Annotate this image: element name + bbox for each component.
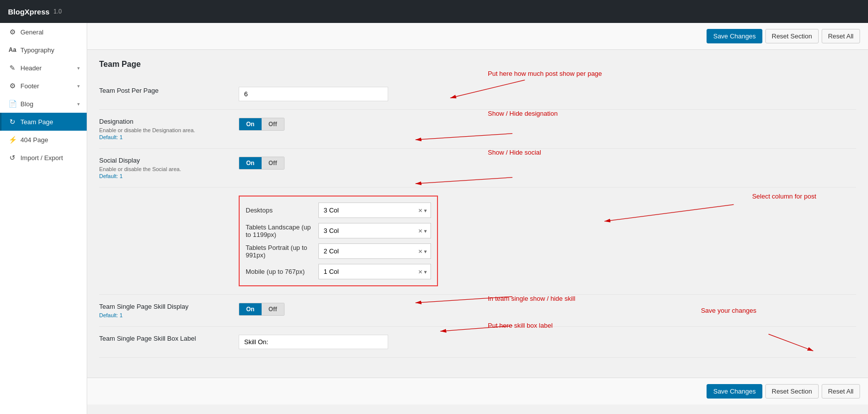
- section-title: Team Page: [99, 60, 856, 69]
- sidebar-item-blog[interactable]: 📄 Blog ▾: [0, 95, 87, 113]
- select-tablets-landscape[interactable]: 3 Col 1 Col 2 Col 4 Col: [318, 223, 431, 238]
- row-team-post-per-page: Team Post Per Page Put here how much pos…: [99, 79, 856, 110]
- columns-box: Desktops 3 Col 1 Col 2 Col 4 Col ✕ ▾: [239, 196, 438, 286]
- default-team-single-skill: Default: 1: [99, 312, 229, 318]
- default-designation: Default: 1: [99, 134, 229, 140]
- toggle-off-team-single-skill[interactable]: Off: [262, 303, 284, 315]
- sidebar-label-header: Header: [20, 64, 77, 72]
- row-skill-box-label: Team Single Page Skill Box Label Put her…: [99, 327, 856, 358]
- reset-section-button-top[interactable]: Reset Section: [765, 29, 819, 43]
- select-wrapper-tablets-landscape: 3 Col 1 Col 2 Col 4 Col ✕ ▾: [318, 223, 431, 238]
- sidebar-label-general: General: [20, 28, 80, 36]
- label-skill-box-label: Team Single Page Skill Box Label: [99, 335, 229, 342]
- top-action-bar: Save Changes Reset Section Reset All: [87, 23, 868, 50]
- select-wrapper-mobile: 1 Col 2 Col 3 Col 4 Col ✕ ▾: [318, 264, 431, 279]
- label-desktops: Desktops: [246, 207, 312, 214]
- label-tablets-landscape: Tablets Landscape (up to 1199px): [246, 223, 312, 238]
- save-changes-button-top[interactable]: Save Changes: [707, 29, 762, 43]
- input-team-post-per-page[interactable]: [239, 87, 388, 101]
- header-icon: ✎: [8, 64, 16, 72]
- row-desktops-inner: Desktops 3 Col 1 Col 2 Col 4 Col ✕ ▾: [246, 203, 431, 218]
- label-social-display: Social Display: [99, 157, 229, 164]
- save-changes-button-bottom[interactable]: Save Changes: [707, 384, 762, 399]
- label-tablets-portrait: Tablets Portrait (up to 991px): [246, 244, 312, 259]
- sidebar-item-import-export[interactable]: ↺ Import / Export: [0, 149, 87, 167]
- sidebar-label-import-export: Import / Export: [20, 154, 80, 162]
- gear-icon: ⚙: [8, 28, 16, 36]
- row-columns: Desktops 3 Col 1 Col 2 Col 4 Col ✕ ▾: [99, 188, 856, 295]
- sidebar-label-footer: Footer: [20, 82, 77, 90]
- reset-all-button-bottom[interactable]: Reset All: [822, 384, 860, 399]
- sidebar-label-404-page: 404 Page: [20, 136, 80, 144]
- bottom-action-bar: Save Changes Reset Section Reset All: [87, 378, 868, 405]
- app-version: 1.0: [53, 8, 62, 15]
- row-designation: Designation Enable or disable the Design…: [99, 110, 856, 149]
- sidebar-item-team-page[interactable]: ↻ Team Page: [0, 113, 87, 131]
- top-bar: BlogXpress 1.0: [0, 0, 868, 23]
- toggle-social-display: On Off: [239, 157, 285, 170]
- row-team-single-skill: Team Single Page Skill Display Default: …: [99, 295, 856, 327]
- toggle-on-social[interactable]: On: [239, 157, 262, 169]
- desc-social-display: Enable or disable the Social area.: [99, 166, 229, 172]
- desc-designation: Enable or disable the Designation area.: [99, 127, 229, 133]
- sidebar: ⚙ General Aa Typography ✎ Header ▾ ⚙ Foo…: [0, 23, 87, 414]
- chevron-down-icon: ▾: [77, 65, 80, 71]
- reset-section-button-bottom[interactable]: Reset Section: [765, 384, 819, 399]
- typography-icon: Aa: [8, 46, 16, 54]
- select-tablets-portrait[interactable]: 2 Col 1 Col 3 Col 4 Col: [318, 243, 431, 259]
- annotation-skill-display: In team single show / hide skill: [488, 295, 576, 302]
- annotation-social: Show / Hide social: [488, 149, 541, 156]
- row-tablets-landscape-inner: Tablets Landscape (up to 1199px) 3 Col 1…: [246, 223, 431, 238]
- toggle-off-designation[interactable]: Off: [262, 118, 284, 130]
- toggle-on-designation[interactable]: On: [239, 118, 262, 130]
- select-wrapper-tablets-portrait: 2 Col 1 Col 3 Col 4 Col ✕ ▾: [318, 243, 431, 259]
- sidebar-item-typography[interactable]: Aa Typography: [0, 41, 87, 59]
- row-tablets-portrait-inner: Tablets Portrait (up to 991px) 2 Col 1 C…: [246, 243, 431, 259]
- page-404-icon: ⚡: [8, 136, 16, 144]
- toggle-team-single-skill: On Off: [239, 303, 285, 316]
- blog-icon: 📄: [8, 100, 16, 108]
- sidebar-item-404-page[interactable]: ⚡ 404 Page: [0, 131, 87, 149]
- sidebar-item-general[interactable]: ⚙ General: [0, 23, 87, 41]
- select-mobile[interactable]: 1 Col 2 Col 3 Col 4 Col: [318, 264, 431, 279]
- reset-all-button-top[interactable]: Reset All: [822, 29, 860, 43]
- label-mobile: Mobile (up to 767px): [246, 268, 312, 275]
- main-content: Save Changes Reset Section Reset All Tea…: [87, 23, 868, 414]
- select-desktops[interactable]: 3 Col 1 Col 2 Col 4 Col: [318, 203, 431, 218]
- row-social-display: Social Display Enable or disable the Soc…: [99, 149, 856, 188]
- select-wrapper-desktops: 3 Col 1 Col 2 Col 4 Col ✕ ▾: [318, 203, 431, 218]
- sidebar-label-typography: Typography: [20, 46, 80, 54]
- app-name: BlogXpress: [8, 7, 49, 16]
- toggle-off-social[interactable]: Off: [262, 157, 284, 169]
- input-skill-box-label[interactable]: [239, 335, 388, 349]
- toggle-designation: On Off: [239, 118, 285, 131]
- sidebar-label-blog: Blog: [20, 100, 77, 108]
- toggle-on-team-single-skill[interactable]: On: [239, 303, 262, 315]
- content-wrapper: Team Page Team Post Per Page Put here ho…: [87, 50, 868, 368]
- sidebar-item-header[interactable]: ✎ Header ▾: [0, 59, 87, 77]
- chevron-down-icon-footer: ▾: [77, 83, 80, 89]
- annotation-designation: Show / Hide designation: [488, 110, 558, 117]
- chevron-down-icon-blog: ▾: [77, 101, 80, 107]
- default-social-display: Default: 1: [99, 173, 229, 179]
- main-layout: ⚙ General Aa Typography ✎ Header ▾ ⚙ Foo…: [0, 23, 868, 414]
- sidebar-label-team-page: Team Page: [20, 118, 80, 126]
- annotation-post-per-page: Put here how much post show per page: [488, 70, 602, 77]
- row-mobile-inner: Mobile (up to 767px) 1 Col 2 Col 3 Col 4…: [246, 264, 431, 279]
- label-team-single-skill: Team Single Page Skill Display: [99, 303, 229, 310]
- label-designation: Designation: [99, 118, 229, 125]
- settings-content: Team Page Team Post Per Page Put here ho…: [87, 50, 868, 368]
- sidebar-item-footer[interactable]: ⚙ Footer ▾: [0, 77, 87, 95]
- footer-icon: ⚙: [8, 82, 16, 90]
- import-export-icon: ↺: [8, 154, 16, 162]
- team-icon: ↻: [8, 118, 16, 126]
- label-team-post-per-page: Team Post Per Page: [99, 87, 229, 94]
